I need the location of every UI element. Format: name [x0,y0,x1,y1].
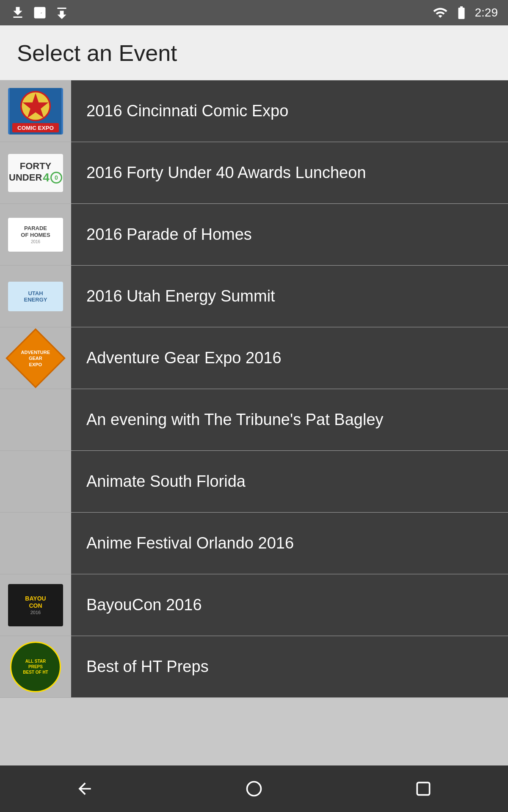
event-logo [0,389,71,450]
event-logo [0,451,71,512]
event-label: Animate South Florida [86,472,246,491]
status-bar-right: 2:29 [433,5,498,20]
event-label: Adventure Gear Expo 2016 [86,349,282,367]
logo-allstar: ALL STARPREPSBEST OF HT [10,642,61,692]
event-logo: ADVENTUREGEAREXPO [0,327,71,389]
event-logo: BAYOUCON 2016 [0,574,71,636]
image-icon [32,5,47,20]
event-text-area: 2016 Forty Under 40 Awards Luncheon [71,142,508,203]
event-logo [0,513,71,574]
list-item[interactable]: An evening with The Tribune's Pat Bagley [0,389,508,451]
event-text-area: 2016 Cincinnati Comic Expo [71,80,508,142]
svg-rect-6 [417,782,429,795]
logo-cincinnati: COMIC EXPO [8,88,63,134]
list-item[interactable]: COMIC EXPO 2016 Cincinnati Comic Expo [0,80,508,142]
event-text-area: Animate South Florida [71,451,508,512]
time-display: 2:29 [475,6,498,19]
logo-placeholder [8,527,63,560]
logo-placeholder [8,465,63,499]
event-label: BayouCon 2016 [86,596,202,614]
event-text-area: BayouCon 2016 [71,574,508,636]
list-item[interactable]: PARADEOF HOMES 2016 2016 Parade of Homes [0,204,508,266]
event-text-area: An evening with The Tribune's Pat Bagley [71,389,508,450]
event-logo: FORTY UNDER40 [0,142,71,203]
event-text-area: 2016 Utah Energy Summit [71,266,508,327]
event-logo: PARADEOF HOMES 2016 [0,204,71,265]
page-title: Select an Event [17,40,177,66]
event-label: 2016 Parade of Homes [86,225,252,244]
list-item[interactable]: Animate South Florida [0,451,508,513]
logo-bayoucon: BAYOUCON 2016 [8,584,63,626]
event-text-area: Anime Festival Orlando 2016 [71,513,508,574]
back-button[interactable] [68,772,102,806]
event-label: Anime Festival Orlando 2016 [86,534,294,552]
event-label: 2016 Utah Energy Summit [86,287,275,305]
event-text-area: Adventure Gear Expo 2016 [71,327,508,389]
status-bar: 2:29 [0,0,508,25]
event-logo: COMIC EXPO [0,80,71,142]
wifi-icon [433,5,448,20]
nav-bar [0,765,508,812]
status-bar-left [10,5,69,20]
event-list[interactable]: COMIC EXPO 2016 Cincinnati Comic Expo FO… [0,80,508,765]
event-label: Best of HT Preps [86,658,209,676]
event-logo: UTAHENERGY [0,266,71,327]
list-item[interactable]: ALL STARPREPSBEST OF HT Best of HT Preps [0,636,508,698]
logo-parade: PARADEOF HOMES 2016 [8,218,63,252]
recent-apps-button[interactable] [406,772,440,806]
logo-utah: UTAHENERGY [8,282,63,311]
list-item[interactable]: UTAHENERGY 2016 Utah Energy Summit [0,266,508,327]
event-text-area: 2016 Parade of Homes [71,204,508,265]
header: Select an Event [0,25,508,80]
event-label: 2016 Cincinnati Comic Expo [86,102,288,120]
list-item[interactable]: FORTY UNDER40 2016 Forty Under 40 Awards… [0,142,508,204]
logo-adventure: ADVENTUREGEAREXPO [8,333,63,384]
event-logo: ALL STARPREPSBEST OF HT [0,636,71,697]
event-label: 2016 Forty Under 40 Awards Luncheon [86,164,366,182]
list-item[interactable]: Anime Festival Orlando 2016 [0,513,508,574]
svg-point-5 [247,782,261,796]
battery-icon [453,5,470,20]
download2-icon [54,5,69,20]
list-item[interactable]: BAYOUCON 2016 BayouCon 2016 [0,574,508,636]
home-button[interactable] [237,772,271,806]
event-label: An evening with The Tribune's Pat Bagley [86,411,384,429]
list-item[interactable]: ADVENTUREGEAREXPO Adventure Gear Expo 20… [0,327,508,389]
logo-forty: FORTY UNDER40 [8,154,63,192]
svg-text:COMIC EXPO: COMIC EXPO [17,125,54,131]
event-text-area: Best of HT Preps [71,636,508,697]
download-icon [10,5,25,20]
logo-placeholder [8,403,63,437]
